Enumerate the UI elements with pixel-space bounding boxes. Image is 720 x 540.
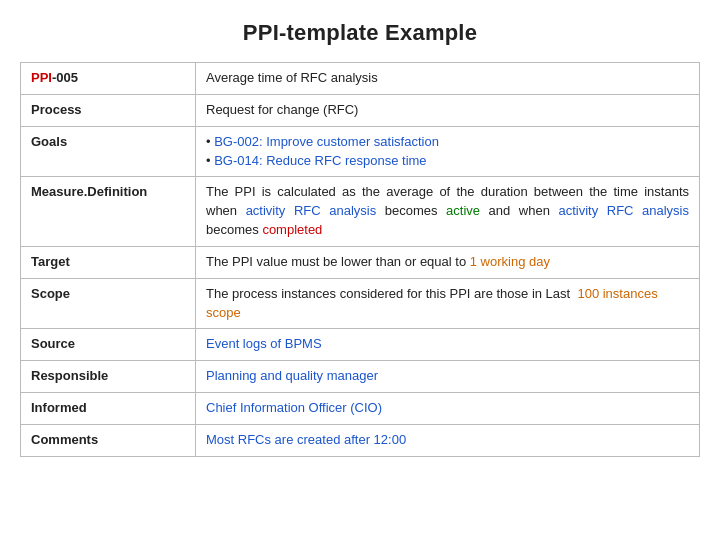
row-value-comments: Most RFCs are created after 12:00 (196, 424, 700, 456)
table-row: Goals BG-002: Improve customer satisfact… (21, 126, 700, 177)
target-highlight: 1 working day (470, 254, 550, 269)
row-label-informed: Informed (21, 393, 196, 425)
row-value-measure: The PPI is calculated as the average of … (196, 177, 700, 247)
row-label-process: Process (21, 94, 196, 126)
page-title: PPI-template Example (243, 20, 477, 46)
measure-text-4: becomes (206, 222, 262, 237)
table-row: Source Event logs of BPMS (21, 329, 700, 361)
row-label-target: Target (21, 246, 196, 278)
table-row: Informed Chief Information Officer (CIO) (21, 393, 700, 425)
table-row: Measure.Definition The PPI is calculated… (21, 177, 700, 247)
measure-text-2: becomes (376, 203, 446, 218)
row-value-ppi-id: Average time of RFC analysis (196, 63, 700, 95)
row-label-responsible: Responsible (21, 361, 196, 393)
ppi-table: PPI-005 Average time of RFC analysis Pro… (20, 62, 700, 457)
table-row: Process Request for change (RFC) (21, 94, 700, 126)
row-label-goals: Goals (21, 126, 196, 177)
target-text: The PPI value must be lower than or equa… (206, 254, 470, 269)
row-label-source: Source (21, 329, 196, 361)
row-value-target: The PPI value must be lower than or equa… (196, 246, 700, 278)
row-value-scope: The process instances considered for thi… (196, 278, 700, 329)
row-label-measure: Measure.Definition (21, 177, 196, 247)
row-label-ppi-id: PPI-005 (21, 63, 196, 95)
measure-highlight-blue2: activity RFC analysis (558, 203, 689, 218)
scope-text: The process instances considered for thi… (206, 286, 577, 301)
row-value-informed: Chief Information Officer (CIO) (196, 393, 700, 425)
table-row: Target The PPI value must be lower than … (21, 246, 700, 278)
table-row: Scope The process instances considered f… (21, 278, 700, 329)
row-label-comments: Comments (21, 424, 196, 456)
measure-highlight-blue1: activity RFC analysis (246, 203, 377, 218)
row-value-goals: BG-002: Improve customer satisfaction BG… (196, 126, 700, 177)
row-label-scope: Scope (21, 278, 196, 329)
row-value-process: Request for change (RFC) (196, 94, 700, 126)
measure-highlight-green: active (446, 203, 480, 218)
measure-text-3: and when (480, 203, 558, 218)
row-value-responsible: Planning and quality manager (196, 361, 700, 393)
ppi-dash: -005 (52, 70, 78, 85)
table-row: PPI-005 Average time of RFC analysis (21, 63, 700, 95)
table-row: Responsible Planning and quality manager (21, 361, 700, 393)
measure-highlight-red: completed (262, 222, 322, 237)
table-row: Comments Most RFCs are created after 12:… (21, 424, 700, 456)
goals-item-2: BG-014: Reduce RFC response time (206, 152, 689, 171)
goals-item-1: BG-002: Improve customer satisfaction (206, 133, 689, 152)
ppi-prefix: PPI (31, 70, 52, 85)
row-value-source: Event logs of BPMS (196, 329, 700, 361)
